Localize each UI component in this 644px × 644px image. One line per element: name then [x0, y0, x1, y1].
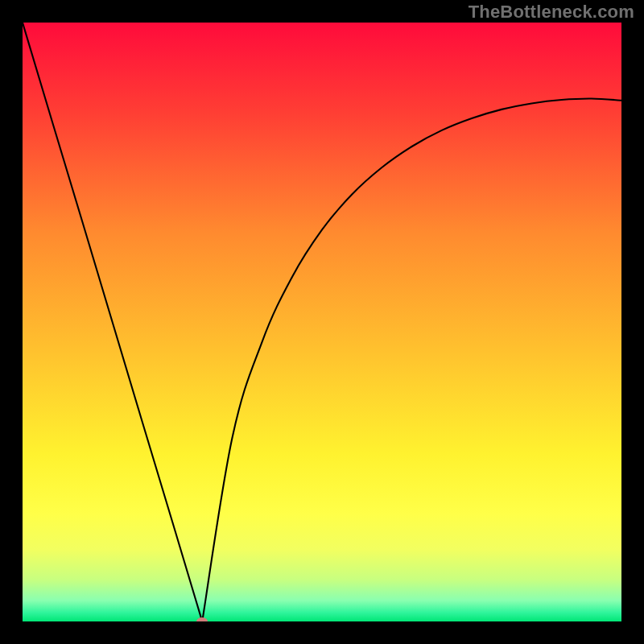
bottleneck-curve	[23, 23, 621, 621]
watermark-text: TheBottleneck.com	[469, 2, 634, 23]
chart-container: TheBottleneck.com	[0, 0, 644, 644]
optimal-point-marker	[196, 617, 208, 621]
plot-area	[23, 23, 621, 621]
